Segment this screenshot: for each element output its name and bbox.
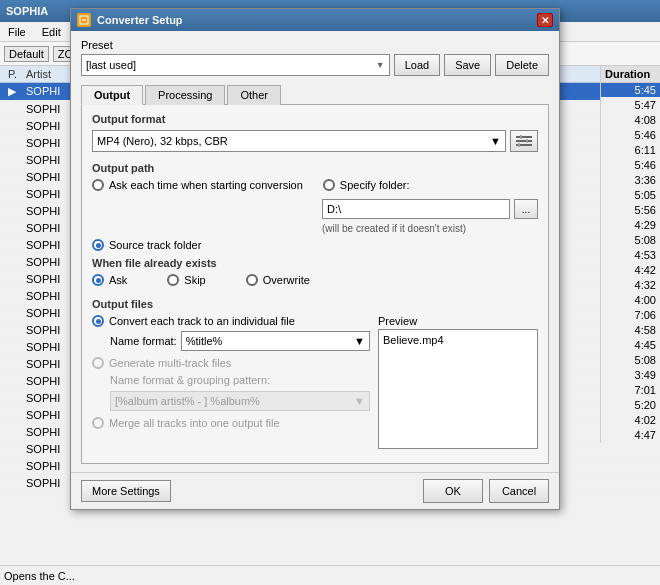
duration-row: 4:29 (601, 218, 660, 233)
output-tab-content: Output format MP4 (Nero), 32 kbps, CBR ▼… (81, 105, 549, 464)
preview-box: Believe.mp4 (378, 329, 538, 449)
ask-exists-label: Ask (109, 274, 127, 286)
name-format-value: %title% (186, 335, 223, 347)
preset-load-button[interactable]: Load (394, 54, 440, 76)
menu-edit[interactable]: Edit (38, 24, 65, 40)
format-dropdown[interactable]: MP4 (Nero), 32 kbps, CBR ▼ (92, 130, 506, 152)
preset-label: Preset (81, 39, 549, 51)
source-radio-button[interactable] (92, 239, 104, 251)
merge-all-radio[interactable]: Merge all tracks into one output file (92, 417, 370, 429)
duration-row: 6:11 (601, 143, 660, 158)
ask-exists-radio-button[interactable] (92, 274, 104, 286)
tabs: Output Processing Other (81, 84, 549, 105)
format-dropdown-arrow: ▼ (490, 135, 501, 147)
duration-row: 4:47 (601, 428, 660, 443)
duration-row: 5:45 (601, 83, 660, 98)
output-path-label: Output path (92, 162, 538, 174)
duration-row: 4:42 (601, 263, 660, 278)
more-settings-button[interactable]: More Settings (81, 480, 171, 502)
source-radio-row[interactable]: Source track folder (92, 239, 538, 251)
format-settings-button[interactable] (510, 130, 538, 152)
ask-radio-row[interactable]: Ask each time when starting conversion (92, 179, 303, 191)
output-files-left: Convert each track to an individual file… (92, 315, 370, 449)
toolbar-default[interactable]: Default (4, 46, 49, 62)
menu-file[interactable]: File (4, 24, 30, 40)
preset-value: [last used] (86, 59, 136, 71)
duration-row: 4:58 (601, 323, 660, 338)
duration-row: 5:46 (601, 128, 660, 143)
group-pattern-dropdown: [%album artist% - ] %album% ▼ (110, 391, 370, 411)
duration-row: 4:08 (601, 113, 660, 128)
generate-multi-radio[interactable]: Generate multi-track files (92, 357, 370, 369)
status-text: Opens the C... (4, 570, 75, 582)
duration-row: 5:08 (601, 353, 660, 368)
converter-setup-dialog: Converter Setup ✕ Preset [last used] ▼ L… (70, 8, 560, 510)
preview-label: Preview (378, 315, 538, 327)
overwrite-radio-button[interactable] (246, 274, 258, 286)
preset-dropdown-arrow: ▼ (376, 60, 385, 70)
duration-row: 5:20 (601, 398, 660, 413)
convert-each-label: Convert each track to an individual file (109, 315, 295, 327)
duration-row: 4:45 (601, 338, 660, 353)
app-title: SOPHIA (6, 5, 48, 17)
preset-dropdown[interactable]: [last used] ▼ (81, 54, 390, 76)
footer-right: OK Cancel (423, 479, 549, 503)
tab-processing[interactable]: Processing (145, 85, 225, 105)
duration-row: 5:08 (601, 233, 660, 248)
duration-row: 7:01 (601, 383, 660, 398)
generate-multi-radio-button[interactable] (92, 357, 104, 369)
convert-each-radio[interactable]: Convert each track to an individual file (92, 315, 370, 327)
preset-delete-button[interactable]: Delete (495, 54, 549, 76)
duration-row: 3:36 (601, 173, 660, 188)
name-format-dropdown[interactable]: %title% ▼ (181, 331, 370, 351)
ask-radio-button[interactable] (92, 179, 104, 191)
status-bar: Opens the C... (0, 565, 660, 585)
duration-row: 4:00 (601, 293, 660, 308)
duration-row: 5:56 (601, 203, 660, 218)
dialog-titlebar: Converter Setup ✕ (71, 9, 559, 31)
overwrite-radio[interactable]: Overwrite (246, 274, 310, 286)
output-files-label: Output files (92, 298, 538, 310)
duration-header: Duration (601, 66, 660, 83)
source-radio-label: Source track folder (109, 239, 201, 251)
duration-row: 4:53 (601, 248, 660, 263)
svg-rect-2 (516, 136, 532, 138)
duration-row: 3:49 (601, 368, 660, 383)
output-path-section: Ask each time when starting conversion S… (92, 179, 538, 251)
specify-radio-button[interactable] (323, 179, 335, 191)
preset-save-button[interactable]: Save (444, 54, 491, 76)
skip-radio-button[interactable] (167, 274, 179, 286)
tab-other[interactable]: Other (227, 85, 281, 105)
format-value: MP4 (Nero), 32 kbps, CBR (97, 135, 228, 147)
svg-rect-6 (526, 139, 528, 143)
merge-all-radio-button[interactable] (92, 417, 104, 429)
svg-rect-3 (516, 140, 532, 142)
skip-label: Skip (184, 274, 205, 286)
name-format-label: Name format: (110, 335, 177, 347)
duration-row: 5:05 (601, 188, 660, 203)
duration-row: 7:06 (601, 308, 660, 323)
convert-each-radio-button[interactable] (92, 315, 104, 327)
ask-radio-label: Ask each time when starting conversion (109, 179, 303, 191)
cancel-button[interactable]: Cancel (489, 479, 549, 503)
output-files-section: Convert each track to an individual file… (92, 315, 538, 449)
tab-output[interactable]: Output (81, 85, 143, 105)
svg-rect-7 (518, 143, 520, 147)
ask-exists-radio[interactable]: Ask (92, 274, 127, 286)
output-format-label: Output format (92, 113, 538, 125)
duration-row: 4:02 (601, 413, 660, 428)
folder-path-input[interactable] (322, 199, 510, 219)
dialog-title: Converter Setup (97, 14, 183, 26)
group-pattern-arrow: ▼ (354, 395, 365, 407)
name-format-row: Name format: %title% ▼ (110, 331, 370, 351)
folder-browse-button[interactable]: ... (514, 199, 538, 219)
specify-radio-row[interactable]: Specify folder: (323, 179, 410, 191)
duration-row: 5:47 (601, 98, 660, 113)
dialog-close-button[interactable]: ✕ (537, 13, 553, 27)
dialog-body: Preset [last used] ▼ Load Save Delete Ou… (71, 31, 559, 472)
ok-button[interactable]: OK (423, 479, 483, 503)
duration-row: 4:32 (601, 278, 660, 293)
duration-column: Duration 5:45 5:47 4:08 5:46 6:11 5:46 3… (600, 66, 660, 443)
skip-radio[interactable]: Skip (167, 274, 205, 286)
svg-rect-5 (520, 135, 522, 139)
